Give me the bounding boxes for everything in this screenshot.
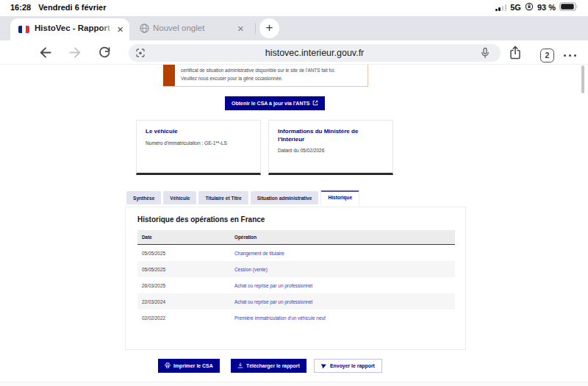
status-date: Vendredi 6 février <box>38 3 106 12</box>
rotation-lock-icon <box>525 2 534 12</box>
table-row: 05/05/2025 Changement de titulaire <box>137 245 455 262</box>
table-row: 02/02/2022 Première immatriculation d'un… <box>137 310 455 326</box>
print-csa-label: Imprimer le CSA <box>173 363 213 368</box>
tab-close-icon[interactable]: × <box>117 22 123 36</box>
ministry-card-title: Informations du Ministère de l'Intérieur <box>278 128 384 143</box>
microphone-icon[interactable] <box>478 46 492 62</box>
row-operation-link[interactable]: Changement de titulaire <box>230 245 455 262</box>
tab-strip-divider <box>255 23 256 34</box>
page-scrollbar[interactable] <box>581 65 584 93</box>
ministry-card-body: Datant du 05/02/2026 <box>278 148 384 153</box>
row-date: 05/05/2025 <box>137 261 230 277</box>
warning-line-2: Veuillez nous excuser pour la gêne occas… <box>181 75 335 83</box>
history-panel: Historique des opérations en France Date… <box>125 207 466 350</box>
table-row: 05/05/2025 Cession (vente) <box>137 261 455 277</box>
reload-button[interactable] <box>97 45 112 63</box>
histovec-favicon-french-flag-icon <box>18 26 29 33</box>
row-date: 02/02/2022 <box>137 310 230 326</box>
history-title: Historique des opérations en France <box>137 215 465 224</box>
download-report-button[interactable]: Télécharger le rapport <box>231 359 306 373</box>
report-tab-bar: Synthèse Véhicule Titulaire et Titre Sit… <box>126 190 359 204</box>
column-header-date: Date <box>137 230 230 245</box>
ipad-safari-histovec-screen: 16:28 Vendredi 6 février 5G 93 % HistoVe… <box>0 0 588 386</box>
row-operation-link[interactable]: Achat ou reprise par un professionnel <box>230 277 455 293</box>
warning-line-1: certificat de situation administrative d… <box>181 67 335 75</box>
row-operation-link[interactable]: Achat ou reprise par un professionnel <box>230 293 455 310</box>
new-tab-button[interactable]: + <box>259 18 279 38</box>
tab-titulaire-et-titre[interactable]: Titulaire et Titre <box>198 191 248 204</box>
forward-button[interactable] <box>68 45 83 63</box>
status-time: 16:28 <box>10 3 31 12</box>
browser-tab-title: HistoVec - Rapport vend <box>35 24 114 35</box>
table-row: 22/03/2024 Achat ou reprise par un profe… <box>137 293 455 310</box>
more-menu-icon[interactable] <box>564 54 576 57</box>
obtain-csa-label: Obtenir le CSA à jour via l'ANTS <box>232 101 309 106</box>
column-header-operation: Opération <box>230 230 455 245</box>
vehicle-card: Le véhicule Numéro d'immatriculation : G… <box>136 120 261 175</box>
warning-icon <box>163 65 175 86</box>
cellular-signal-icon <box>495 4 506 11</box>
printer-icon <box>165 362 171 369</box>
battery-icon <box>559 2 578 12</box>
send-report-label: Envoyer le rapport <box>330 363 375 368</box>
tab-switcher-button[interactable]: 2 <box>540 49 554 62</box>
globe-favicon-icon <box>139 23 150 37</box>
browser-toolbar: histovec.interieur.gouv.fr 2 <box>0 40 588 65</box>
row-operation-link[interactable]: Première immatriculation d'un véhicule n… <box>230 310 455 326</box>
print-csa-button[interactable]: Imprimer le CSA <box>158 359 220 373</box>
tab-close-icon[interactable]: × <box>237 22 244 35</box>
obtain-csa-button[interactable]: Obtenir le CSA à jour via l'ANTS <box>225 96 325 110</box>
browser-tab-histovec[interactable]: HistoVec - Rapport vend × <box>10 18 129 40</box>
tab-historique[interactable]: Historique <box>320 190 359 205</box>
tab-vehicule[interactable]: Véhicule <box>163 191 196 204</box>
browser-tab-new-tab[interactable]: Nouvel onglet <box>153 24 204 32</box>
network-type-label: 5G <box>510 3 521 12</box>
send-icon <box>320 362 329 370</box>
row-date: 22/03/2024 <box>137 293 230 310</box>
tab-situation-administrative[interactable]: Situation administrative <box>251 191 319 204</box>
send-report-button[interactable]: Envoyer le rapport <box>314 359 382 373</box>
history-table: Date Opération 05/05/2025 Changement de … <box>137 230 455 326</box>
battery-percent-label: 93 % <box>537 3 556 12</box>
download-report-label: Télécharger le rapport <box>246 363 300 368</box>
row-date: 05/05/2025 <box>137 245 230 262</box>
url-text: histovec.interieur.gouv.fr <box>129 48 501 58</box>
tab-synthese[interactable]: Synthèse <box>126 191 161 204</box>
browser-tab-strip: HistoVec - Rapport vend × Nouvel onglet … <box>0 16 588 40</box>
external-link-icon <box>312 100 318 107</box>
download-icon <box>237 362 243 369</box>
vehicle-card-title: Le véhicule <box>146 128 251 136</box>
table-row: 26/03/2025 Achat ou reprise par un profe… <box>137 277 455 293</box>
row-operation-link[interactable]: Cession (vente) <box>230 261 455 277</box>
status-bar: 16:28 Vendredi 6 février 5G 93 % <box>0 0 588 16</box>
share-icon[interactable] <box>508 46 523 63</box>
footer-strip <box>0 382 588 386</box>
back-button[interactable] <box>37 45 53 63</box>
row-date: 26/03/2025 <box>137 277 230 293</box>
ministry-info-card: Informations du Ministère de l'Intérieur… <box>268 120 393 175</box>
table-header-row: Date Opération <box>137 230 455 245</box>
warning-banner: certificat de situation administrative d… <box>163 65 368 87</box>
address-bar[interactable]: histovec.interieur.gouv.fr <box>129 44 501 62</box>
vehicle-card-body: Numéro d'immatriculation : GE-1**-LS <box>146 140 251 146</box>
